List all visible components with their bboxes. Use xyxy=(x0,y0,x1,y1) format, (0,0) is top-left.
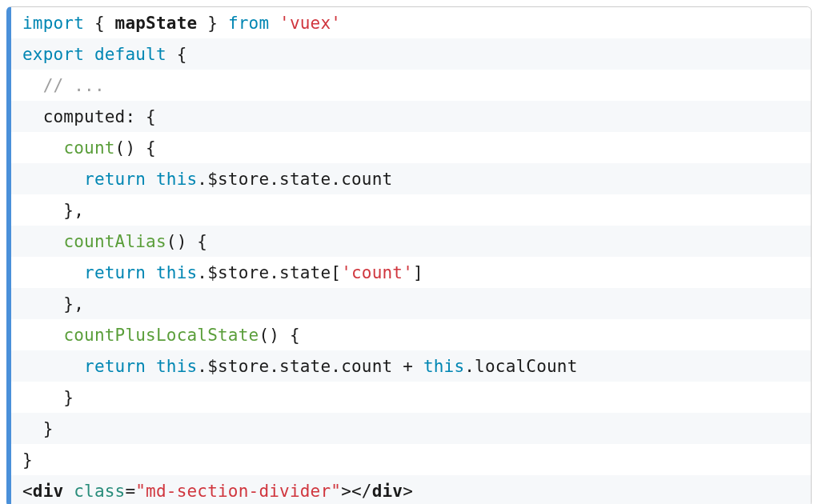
code-line: return this.$store.state['count'] xyxy=(11,257,811,288)
code-token: .$store.state[ xyxy=(197,263,341,282)
code-token: computed: { xyxy=(22,107,156,126)
code-token: // ... xyxy=(43,76,105,95)
code-token xyxy=(22,170,84,189)
code-token: = xyxy=(125,482,135,501)
code-line: export default { xyxy=(11,38,811,70)
code-token: class xyxy=(74,482,125,501)
code-block: import { mapState } from 'vuex'export de… xyxy=(6,6,812,504)
code-token: div xyxy=(33,482,64,501)
code-line: }, xyxy=(11,288,811,319)
code-token: }, xyxy=(22,294,84,314)
code-line: } xyxy=(11,444,811,475)
code-line: return this.$store.state.count + this.lo… xyxy=(11,350,811,382)
code-token: .localCount xyxy=(464,357,577,376)
code-token: .$store.state.count + xyxy=(197,357,423,376)
code-token xyxy=(22,138,63,158)
code-token: from xyxy=(228,14,269,33)
code-token: this xyxy=(423,357,464,376)
code-token xyxy=(22,357,84,376)
code-token: < xyxy=(22,482,33,501)
code-token: this xyxy=(156,263,197,282)
code-token: return xyxy=(84,170,146,189)
code-token: } xyxy=(22,450,33,470)
code-line: import { mapState } from 'vuex' xyxy=(11,7,811,38)
code-token: default xyxy=(94,45,166,64)
code-line: }, xyxy=(11,194,811,226)
code-token: mapState xyxy=(115,14,198,33)
code-token: () { xyxy=(166,232,207,251)
code-token: 'count' xyxy=(341,263,413,282)
code-token xyxy=(269,14,279,33)
code-token xyxy=(84,45,94,64)
code-token: ] xyxy=(413,263,423,282)
code-token: return xyxy=(84,357,146,376)
code-token: 'vuex' xyxy=(279,14,341,33)
code-line: countPlusLocalState() { xyxy=(11,319,811,350)
code-token xyxy=(22,326,63,345)
code-line: count() { xyxy=(11,132,811,163)
code-line: } xyxy=(11,382,811,413)
code-token: div xyxy=(372,482,403,501)
code-token: } xyxy=(22,388,74,407)
code-token xyxy=(146,357,156,376)
code-token: > xyxy=(403,482,413,501)
code-token: () { xyxy=(115,138,156,158)
code-token xyxy=(146,263,156,282)
code-token xyxy=(63,482,74,501)
code-token: countAlias xyxy=(63,232,166,251)
code-token xyxy=(22,76,43,95)
code-token: import xyxy=(22,14,84,33)
code-line: return this.$store.state.count xyxy=(11,163,811,194)
code-line: countAlias() { xyxy=(11,226,811,257)
code-token: countPlusLocalState xyxy=(63,326,259,345)
code-line: computed: { xyxy=(11,101,811,132)
code-token xyxy=(146,170,156,189)
code-token: export xyxy=(22,45,84,64)
code-token: { xyxy=(84,14,115,33)
code-line: // ... xyxy=(11,70,811,101)
code-token: () { xyxy=(259,326,299,345)
code-token: ></ xyxy=(341,482,372,501)
code-token: this xyxy=(156,170,197,189)
code-token: { xyxy=(166,45,187,64)
code-token: .$store.state.count xyxy=(197,170,392,189)
code-token: "md-section-divider" xyxy=(135,482,341,501)
code-token: this xyxy=(156,357,197,376)
code-line: } xyxy=(11,413,811,444)
code-line: <div class="md-section-divider"></div> xyxy=(11,475,811,504)
code-token xyxy=(22,263,84,282)
code-token: count xyxy=(63,138,114,158)
code-token: return xyxy=(84,263,146,282)
code-token: } xyxy=(197,14,228,33)
code-token xyxy=(22,232,63,251)
code-token: } xyxy=(22,419,54,438)
code-token: }, xyxy=(22,201,84,220)
